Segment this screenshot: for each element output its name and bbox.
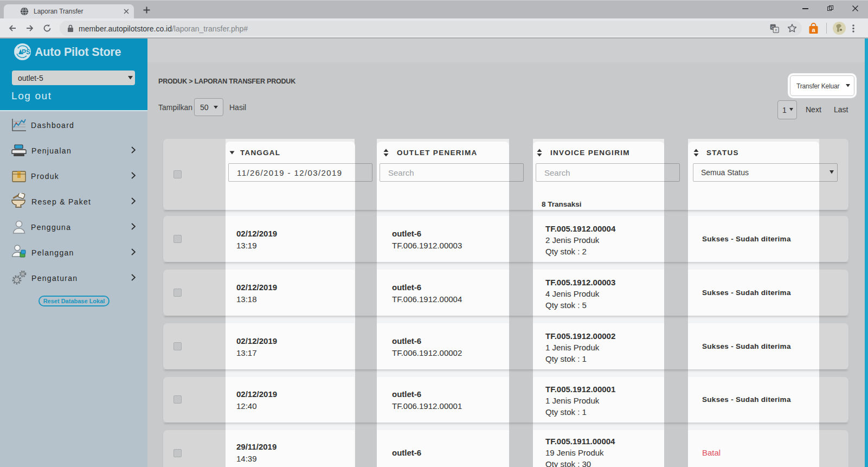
svg-text:a: a	[812, 27, 815, 33]
svg-text:PS: PS	[22, 48, 30, 56]
svg-text:X: X	[775, 28, 778, 33]
